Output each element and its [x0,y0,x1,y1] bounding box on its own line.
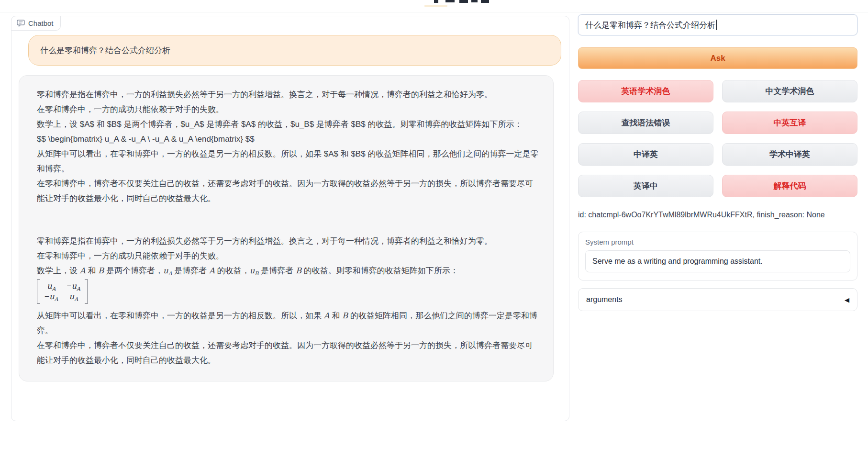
bot-paragraph: 在零和博弈中，博弈者不仅要关注自己的收益，还需要考虑对手的收益。因为一方取得的收… [37,338,539,368]
bot-paragraph-math: 数学上，设 A 和 B 是两个博弈者，uA 是博弈者 A 的收益，uB 是博弈者… [37,263,539,278]
top-divider [0,12,868,12]
bot-paragraph-gap [37,206,539,234]
chatbot-label-text: Chatbot [28,19,54,27]
chat-bubble-icon [17,20,25,27]
chinese-to-english-button[interactable]: 中译英 [578,143,713,166]
bot-paragraph: 零和博弈是指在博弈中，一方的利益损失必然等于另一方的利益增益。换言之，对于每一种… [37,234,539,248]
bot-paragraph: 在零和博弈中，一方的成功只能依赖于对手的失败。 [37,102,539,117]
bot-message-bubble: 零和博弈是指在博弈中，一方的利益损失必然等于另一方的利益增益。换言之，对于每一种… [19,75,554,381]
chinese-english-mutual-translate-button[interactable]: 中英互译 [722,112,857,134]
system-prompt-input[interactable]: Serve me as a writing and programming as… [585,250,850,272]
control-column: 什么是零和博弈？结合公式介绍分析 Ask 英语学术润色中文学术润色查找语法错误中… [578,14,857,311]
chatbot-panel: Chatbot 什么是零和博弈？结合公式介绍分析 零和博弈是指在博弈中，一方的利… [11,16,569,421]
arguments-accordion-label: arguments [586,295,623,304]
text-cursor [716,20,717,30]
system-prompt-group: System prompt Serve me as a writing and … [578,232,857,280]
user-message-bubble: 什么是零和博弈？结合公式介绍分析 [28,35,561,66]
clipped-page-title [433,0,491,4]
bot-paragraph: 零和博弈是指在博弈中，一方的利益损失必然等于另一方的利益增益。换言之，对于每一种… [37,87,539,102]
function-button-grid: 英语学术润色中文学术润色查找语法错误中英互译中译英学术中译英英译中解释代码 [578,80,857,197]
chat-message-list: 什么是零和博弈？结合公式介绍分析 零和博弈是指在博弈中，一方的利益损失必然等于另… [11,16,569,381]
collapse-triangle-icon: ◀ [845,296,849,303]
user-message-text: 什么是零和博弈？结合公式介绍分析 [40,45,170,56]
bot-paragraph-math: 从矩阵中可以看出，在零和博弈中，一方的收益是另一方的相反数。所以，如果 A 和 … [37,308,539,338]
english-academic-polish-button[interactable]: 英语学术润色 [578,80,713,102]
bot-paragraph: 在零和博弈中，一方的成功只能依赖于对手的失败。 [37,248,539,263]
system-prompt-value: Serve me as a writing and programming as… [592,257,763,266]
bot-paragraph: 数学上，设 $A$ 和 $B$ 是两个博弈者，$u_A$ 是博弈者 $A$ 的收… [37,117,539,132]
english-to-chinese-button[interactable]: 英译中 [578,175,713,197]
find-grammar-errors-button[interactable]: 查找语法错误 [578,112,713,134]
clipped-title-highlight [424,5,447,7]
question-input-value: 什么是零和博弈？结合公式介绍分析 [585,20,715,31]
chinese-academic-polish-button[interactable]: 中文学术润色 [722,80,857,102]
bot-paragraph: 从矩阵中可以看出，在零和博弈中，一方的收益是另一方的相反数。所以，如果 $A$ … [37,146,539,176]
question-input[interactable]: 什么是零和博弈？结合公式介绍分析 [578,14,857,35]
bot-paragraph: $$ \begin{bmatrix} u_A & -u_A \ -u_A & u… [37,132,539,146]
chatbot-label: Chatbot [11,16,61,31]
explain-code-button[interactable]: 解释代码 [722,175,857,197]
bot-rendered-matrix: uA−uA−uAuA [37,278,539,308]
academic-chinese-to-english-button[interactable]: 学术中译英 [722,143,857,166]
arguments-accordion[interactable]: arguments ◀ [578,288,857,311]
bot-paragraph: 在零和博弈中，博弈者不仅要关注自己的收益，还需要考虑对手的收益。因为一方取得的收… [37,176,539,206]
system-prompt-label: System prompt [585,238,850,246]
ask-button[interactable]: Ask [578,47,857,69]
status-line: id: chatcmpl-6wOo7KrYTwMl89lbrMWRu4UkFFX… [578,211,857,219]
